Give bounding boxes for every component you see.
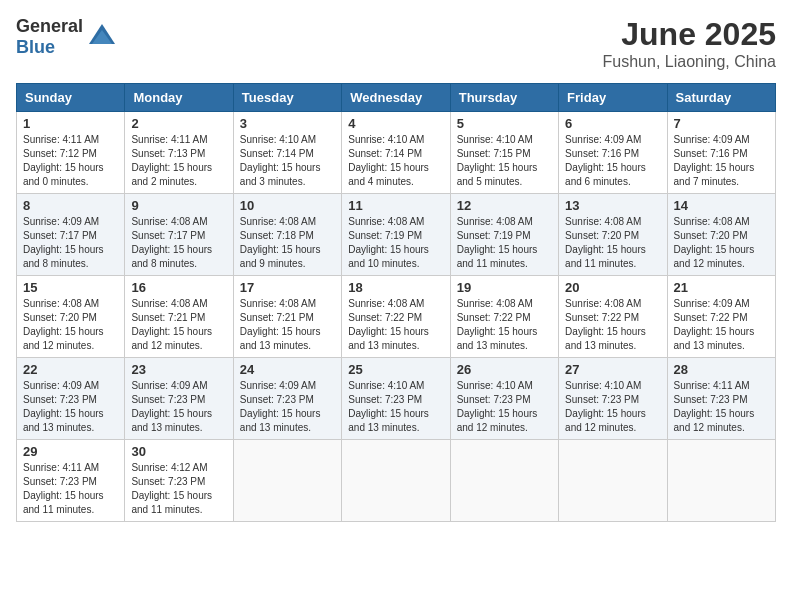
daylight-text: Daylight: 15 hours and 13 minutes. (565, 326, 646, 351)
day-info: Sunrise: 4:08 AM Sunset: 7:22 PM Dayligh… (348, 297, 443, 353)
sunset-text: Sunset: 7:22 PM (674, 312, 748, 323)
daylight-text: Daylight: 15 hours and 0 minutes. (23, 162, 104, 187)
day-info: Sunrise: 4:09 AM Sunset: 7:17 PM Dayligh… (23, 215, 118, 271)
daylight-text: Daylight: 15 hours and 4 minutes. (348, 162, 429, 187)
sunset-text: Sunset: 7:17 PM (23, 230, 97, 241)
table-row: 23 Sunrise: 4:09 AM Sunset: 7:23 PM Dayl… (125, 358, 233, 440)
sunset-text: Sunset: 7:21 PM (240, 312, 314, 323)
day-info: Sunrise: 4:08 AM Sunset: 7:20 PM Dayligh… (674, 215, 769, 271)
table-row: 6 Sunrise: 4:09 AM Sunset: 7:16 PM Dayli… (559, 112, 667, 194)
sunrise-text: Sunrise: 4:11 AM (131, 134, 207, 145)
day-info: Sunrise: 4:11 AM Sunset: 7:12 PM Dayligh… (23, 133, 118, 189)
table-row: 2 Sunrise: 4:11 AM Sunset: 7:13 PM Dayli… (125, 112, 233, 194)
day-number: 20 (565, 280, 660, 295)
col-monday: Monday (125, 84, 233, 112)
sunset-text: Sunset: 7:22 PM (457, 312, 531, 323)
sunrise-text: Sunrise: 4:11 AM (674, 380, 750, 391)
daylight-text: Daylight: 15 hours and 13 minutes. (674, 326, 755, 351)
day-number: 2 (131, 116, 226, 131)
sunset-text: Sunset: 7:23 PM (565, 394, 639, 405)
daylight-text: Daylight: 15 hours and 3 minutes. (240, 162, 321, 187)
sunset-text: Sunset: 7:16 PM (565, 148, 639, 159)
day-number: 24 (240, 362, 335, 377)
table-row: 19 Sunrise: 4:08 AM Sunset: 7:22 PM Dayl… (450, 276, 558, 358)
day-number: 10 (240, 198, 335, 213)
col-thursday: Thursday (450, 84, 558, 112)
day-info: Sunrise: 4:11 AM Sunset: 7:23 PM Dayligh… (23, 461, 118, 517)
table-row (342, 440, 450, 522)
daylight-text: Daylight: 15 hours and 8 minutes. (23, 244, 104, 269)
table-row: 25 Sunrise: 4:10 AM Sunset: 7:23 PM Dayl… (342, 358, 450, 440)
table-row: 27 Sunrise: 4:10 AM Sunset: 7:23 PM Dayl… (559, 358, 667, 440)
day-number: 21 (674, 280, 769, 295)
sunset-text: Sunset: 7:19 PM (348, 230, 422, 241)
day-number: 28 (674, 362, 769, 377)
table-row: 22 Sunrise: 4:09 AM Sunset: 7:23 PM Dayl… (17, 358, 125, 440)
daylight-text: Daylight: 15 hours and 8 minutes. (131, 244, 212, 269)
logo-blue-text: Blue (16, 37, 55, 57)
table-row: 14 Sunrise: 4:08 AM Sunset: 7:20 PM Dayl… (667, 194, 775, 276)
day-number: 3 (240, 116, 335, 131)
day-info: Sunrise: 4:08 AM Sunset: 7:19 PM Dayligh… (348, 215, 443, 271)
sunset-text: Sunset: 7:15 PM (457, 148, 531, 159)
day-number: 26 (457, 362, 552, 377)
sunrise-text: Sunrise: 4:08 AM (348, 216, 424, 227)
sunset-text: Sunset: 7:23 PM (348, 394, 422, 405)
sunrise-text: Sunrise: 4:10 AM (348, 134, 424, 145)
sunset-text: Sunset: 7:12 PM (23, 148, 97, 159)
day-info: Sunrise: 4:10 AM Sunset: 7:14 PM Dayligh… (240, 133, 335, 189)
sunset-text: Sunset: 7:20 PM (23, 312, 97, 323)
daylight-text: Daylight: 15 hours and 13 minutes. (348, 408, 429, 433)
daylight-text: Daylight: 15 hours and 11 minutes. (131, 490, 212, 515)
table-row: 3 Sunrise: 4:10 AM Sunset: 7:14 PM Dayli… (233, 112, 341, 194)
table-row: 4 Sunrise: 4:10 AM Sunset: 7:14 PM Dayli… (342, 112, 450, 194)
sunset-text: Sunset: 7:20 PM (674, 230, 748, 241)
daylight-text: Daylight: 15 hours and 12 minutes. (23, 326, 104, 351)
sunrise-text: Sunrise: 4:08 AM (565, 298, 641, 309)
daylight-text: Daylight: 15 hours and 11 minutes. (23, 490, 104, 515)
day-info: Sunrise: 4:09 AM Sunset: 7:23 PM Dayligh… (240, 379, 335, 435)
daylight-text: Daylight: 15 hours and 7 minutes. (674, 162, 755, 187)
daylight-text: Daylight: 15 hours and 9 minutes. (240, 244, 321, 269)
sunrise-text: Sunrise: 4:08 AM (457, 216, 533, 227)
sunrise-text: Sunrise: 4:09 AM (674, 134, 750, 145)
sunrise-text: Sunrise: 4:09 AM (565, 134, 641, 145)
sunset-text: Sunset: 7:20 PM (565, 230, 639, 241)
sunrise-text: Sunrise: 4:10 AM (457, 134, 533, 145)
daylight-text: Daylight: 15 hours and 13 minutes. (23, 408, 104, 433)
sunset-text: Sunset: 7:23 PM (23, 394, 97, 405)
day-info: Sunrise: 4:09 AM Sunset: 7:16 PM Dayligh… (565, 133, 660, 189)
sunrise-text: Sunrise: 4:10 AM (240, 134, 316, 145)
day-number: 7 (674, 116, 769, 131)
daylight-text: Daylight: 15 hours and 12 minutes. (565, 408, 646, 433)
day-info: Sunrise: 4:11 AM Sunset: 7:23 PM Dayligh… (674, 379, 769, 435)
sunrise-text: Sunrise: 4:08 AM (457, 298, 533, 309)
sunset-text: Sunset: 7:22 PM (348, 312, 422, 323)
day-info: Sunrise: 4:08 AM Sunset: 7:21 PM Dayligh… (131, 297, 226, 353)
sunrise-text: Sunrise: 4:10 AM (457, 380, 533, 391)
sunrise-text: Sunrise: 4:09 AM (240, 380, 316, 391)
calendar-row: 22 Sunrise: 4:09 AM Sunset: 7:23 PM Dayl… (17, 358, 776, 440)
day-number: 1 (23, 116, 118, 131)
calendar-header-row: Sunday Monday Tuesday Wednesday Thursday… (17, 84, 776, 112)
calendar-row: 8 Sunrise: 4:09 AM Sunset: 7:17 PM Dayli… (17, 194, 776, 276)
table-row (450, 440, 558, 522)
table-row (233, 440, 341, 522)
sunrise-text: Sunrise: 4:10 AM (565, 380, 641, 391)
day-info: Sunrise: 4:12 AM Sunset: 7:23 PM Dayligh… (131, 461, 226, 517)
day-info: Sunrise: 4:10 AM Sunset: 7:14 PM Dayligh… (348, 133, 443, 189)
table-row: 9 Sunrise: 4:08 AM Sunset: 7:17 PM Dayli… (125, 194, 233, 276)
day-number: 17 (240, 280, 335, 295)
location-title: Fushun, Liaoning, China (603, 53, 776, 71)
day-number: 8 (23, 198, 118, 213)
month-title: June 2025 (603, 16, 776, 53)
table-row: 16 Sunrise: 4:08 AM Sunset: 7:21 PM Dayl… (125, 276, 233, 358)
day-number: 9 (131, 198, 226, 213)
day-number: 19 (457, 280, 552, 295)
daylight-text: Daylight: 15 hours and 11 minutes. (457, 244, 538, 269)
table-row: 20 Sunrise: 4:08 AM Sunset: 7:22 PM Dayl… (559, 276, 667, 358)
sunset-text: Sunset: 7:14 PM (348, 148, 422, 159)
sunrise-text: Sunrise: 4:10 AM (348, 380, 424, 391)
day-info: Sunrise: 4:08 AM Sunset: 7:20 PM Dayligh… (23, 297, 118, 353)
day-info: Sunrise: 4:09 AM Sunset: 7:22 PM Dayligh… (674, 297, 769, 353)
